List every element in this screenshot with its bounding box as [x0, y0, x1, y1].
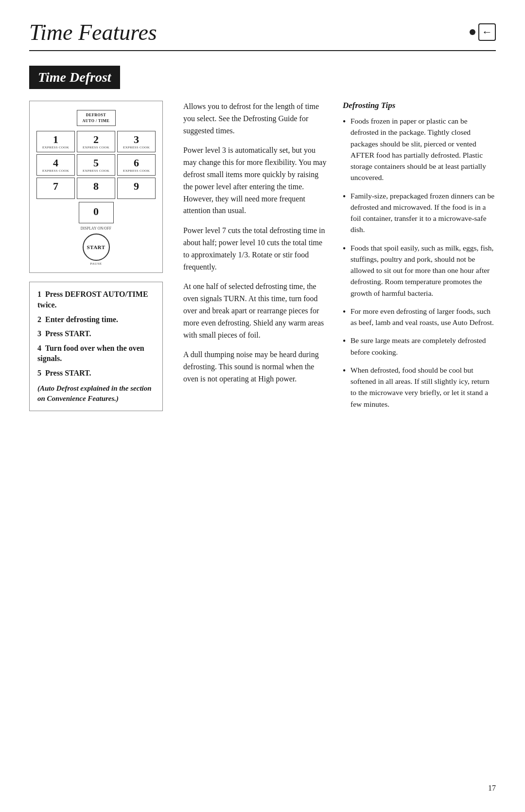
key-9[interactable]: 9: [117, 178, 156, 199]
key-6[interactable]: 6EXPRESS COOK: [117, 154, 156, 176]
main-content: DEFROSTAUTO / TIME 1EXPRESS COOK 2EXPRES…: [29, 101, 496, 416]
key-2[interactable]: 2EXPRESS COOK: [77, 131, 115, 152]
key-8[interactable]: 8: [77, 178, 115, 199]
middle-para-4: At one half of selected defrosting time,…: [183, 281, 327, 341]
tip-5: Be sure large meats are completely defro…: [343, 335, 496, 358]
instruction-step-1: 1 Press DEFROST AUTO/TIME twice.: [37, 289, 155, 310]
instruction-note: (Auto Defrost explained in the section o…: [37, 383, 155, 404]
keypad-diagram: DEFROSTAUTO / TIME 1EXPRESS COOK 2EXPRES…: [29, 101, 163, 273]
middle-para-3: Power level 7 cuts the total defrosting …: [183, 225, 327, 273]
dot-icon: [470, 29, 475, 35]
section-title: Time Defrost: [38, 70, 111, 85]
instruction-step-2: 2 Enter defrosting time.: [37, 314, 155, 325]
tip-1: Foods frozen in paper or plastic can be …: [343, 115, 496, 183]
pause-label: PAUSE: [90, 262, 102, 266]
section-title-bar: Time Defrost: [29, 66, 120, 89]
tip-3: Foods that spoil easily, such as milk, e…: [343, 242, 496, 299]
keypad-grid: 1EXPRESS COOK 2EXPRESS COOK 3EXPRESS COO…: [36, 131, 156, 199]
instruction-step-5: 5 Press START.: [37, 368, 155, 379]
tip-6: When defrosted, food should be cool but …: [343, 364, 496, 410]
middle-para-2: Power level 3 is automatically set, but …: [183, 144, 327, 217]
instruction-step-4: 4 Turn food over when the oven signals.: [37, 343, 155, 364]
right-column: Defrosting Tips Foods frozen in paper or…: [338, 101, 496, 416]
tip-2: Family-size, prepackaged frozen dinners …: [343, 190, 496, 235]
middle-para-5: A dull thumping noise may be heard durin…: [183, 349, 327, 385]
key-5[interactable]: 5EXPRESS COOK: [77, 154, 115, 176]
leaf-icon: ←: [478, 23, 496, 41]
page: Time Features ← Time Defrost DEFROSTAUTO…: [0, 0, 525, 812]
header-icons: ←: [470, 19, 496, 41]
defrosting-tips-title: Defrosting Tips: [343, 101, 496, 110]
key-3[interactable]: 3EXPRESS COOK: [117, 131, 156, 152]
start-button[interactable]: START: [83, 234, 110, 261]
page-number: 17: [488, 784, 496, 793]
defrost-button-label: DEFROSTAUTO / TIME: [77, 110, 116, 126]
middle-para-1: Allows you to defrost for the length of …: [183, 101, 327, 137]
middle-column: Allows you to defrost for the length of …: [173, 101, 338, 416]
tips-list: Foods frozen in paper or plastic can be …: [343, 115, 496, 410]
start-button-container: START PAUSE: [36, 234, 156, 266]
tip-4: For more even defrosting of larger foods…: [343, 306, 496, 328]
key-7[interactable]: 7: [36, 178, 75, 199]
instruction-step-3: 3 Press START.: [37, 328, 155, 339]
key-zero-row: 0: [36, 202, 156, 223]
page-header: Time Features ←: [29, 19, 496, 51]
left-column: DEFROSTAUTO / TIME 1EXPRESS COOK 2EXPRES…: [29, 101, 173, 416]
key-0[interactable]: 0: [79, 202, 114, 223]
display-onoff-label: DISPLAY ON/OFF: [36, 226, 156, 231]
key-1[interactable]: 1EXPRESS COOK: [36, 131, 75, 152]
page-title: Time Features: [29, 19, 157, 45]
instructions-list: 1 Press DEFROST AUTO/TIME twice. 2 Enter…: [37, 289, 155, 378]
key-4[interactable]: 4EXPRESS COOK: [36, 154, 75, 176]
instructions-box: 1 Press DEFROST AUTO/TIME twice. 2 Enter…: [29, 282, 163, 411]
